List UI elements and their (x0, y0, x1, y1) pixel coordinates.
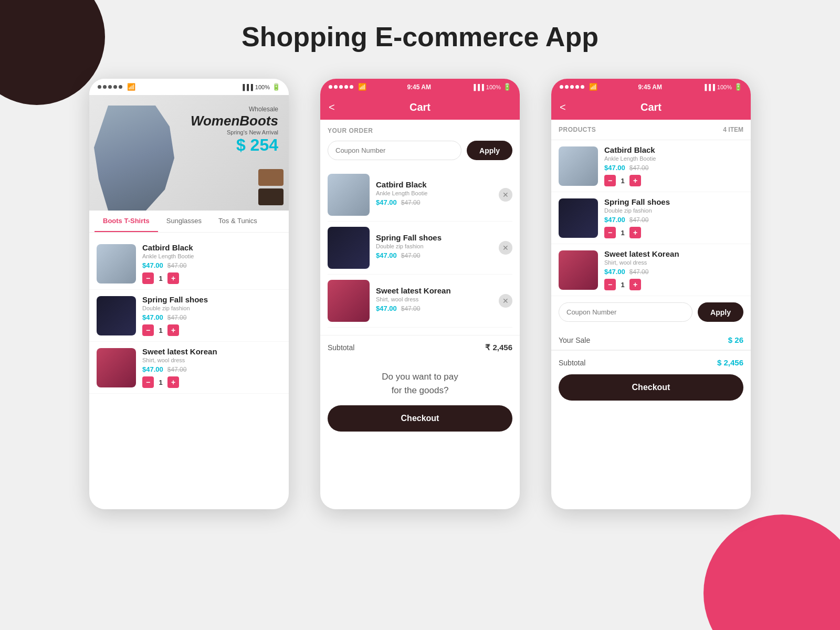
price-new-2: $47.00 (142, 313, 163, 321)
cart-product-name-3: Sweet latest Korean (376, 286, 492, 295)
qty-num-1: 1 (157, 275, 164, 282)
dot4 (113, 85, 117, 89)
shoe-thumb-2 (258, 188, 284, 205)
phone3-products-label: PRODUCTS (559, 126, 596, 133)
phone3-price-old-2: $47.00 (629, 216, 649, 224)
phone3-apply-btn[interactable]: Apply (698, 302, 743, 322)
phone-2: 📶 9:45 AM ▐▐▐ 100% 🔋 < Cart YOUR ORDER A… (320, 79, 520, 509)
qty-plus-2[interactable]: + (167, 324, 179, 336)
tab-sunglasses[interactable]: Sunglasses (158, 211, 210, 232)
phone2-pay-question: Do you want to payfor the goods? (320, 360, 520, 405)
product-img-3 (97, 348, 136, 387)
phone3-subtotal-value: $ 2,456 (717, 358, 743, 367)
cart-remove-btn-2[interactable]: ✕ (499, 241, 512, 255)
phone3-cart-title: Cart (640, 101, 662, 113)
phone3-wifi-icon: 📶 (589, 83, 597, 91)
cart-product-sub-2: Double zip fashion (376, 243, 492, 249)
phone2-checkout-btn[interactable]: Checkout (328, 405, 512, 432)
phone3-sale-label: Your Sale (559, 336, 590, 344)
phone3-qty-num-1: 1 (619, 177, 626, 185)
phone2-back-btn[interactable]: < (329, 101, 335, 113)
phone3-qty-controls-3: − 1 + (604, 279, 743, 290)
phone3-qty-minus-3[interactable]: − (604, 279, 616, 290)
price-old-3: $47.00 (167, 366, 187, 373)
phone2-coupon-input[interactable] (328, 141, 461, 160)
product-info-1: Catbird Black Ankle Length Bootie $47.00… (142, 243, 281, 284)
phone3-time: 9:45 AM (638, 83, 662, 91)
qty-minus-1[interactable]: − (142, 272, 154, 284)
dot1 (98, 85, 101, 89)
hero-wholesale: Wholesale (191, 106, 278, 113)
product-info-3: Sweet latest Korean Shirt, wool dress $4… (142, 347, 281, 388)
cart-product-name-1: Catbird Black (376, 180, 492, 189)
cart-remove-btn-1[interactable]: ✕ (499, 188, 512, 202)
cart-price-old-3: $47.00 (401, 305, 421, 312)
phone3-subtotal-row: Subtotal $ 2,456 (551, 350, 751, 374)
product-item-1: Catbird Black Ankle Length Bootie $47.00… (89, 238, 289, 290)
phone3-qty-minus-1[interactable]: − (604, 175, 616, 186)
phone3-price-old-1: $47.00 (629, 164, 649, 172)
qty-minus-3[interactable]: − (142, 376, 154, 388)
qty-plus-1[interactable]: + (167, 272, 179, 284)
phone3-coupon-input[interactable] (559, 302, 692, 322)
phone3-qty-controls-1: − 1 + (604, 175, 743, 186)
phone3-product-name-3: Sweet latest Korean (604, 249, 743, 258)
phone1-battery-pct: 100% (255, 84, 270, 90)
qty-minus-2[interactable]: − (142, 324, 154, 336)
phone2-signal-icon: ▐▐▐ (471, 84, 484, 90)
phone2-battery-pct: 100% (486, 84, 501, 90)
hero-shoe-thumbnails (258, 169, 284, 205)
qty-controls-3: − 1 + (142, 376, 281, 388)
phone2-wifi-icon: 📶 (358, 83, 366, 91)
tab-tos-tunics[interactable]: Tos & Tunics (210, 211, 266, 232)
phone3-items-count: 4 ITEM (723, 126, 743, 133)
phone2-your-order-label: YOUR ORDER (328, 127, 512, 134)
phone3-product-info-3: Sweet latest Korean Shirt, wool dress $4… (604, 249, 743, 290)
phone1-signal-dots: 📶 (98, 83, 135, 91)
phone2-apply-btn[interactable]: Apply (467, 141, 512, 160)
product-img-1 (97, 244, 136, 284)
qty-plus-3[interactable]: + (167, 376, 179, 388)
phone3-signal-dots: 📶 (560, 83, 597, 91)
phone2-coupon-row: Apply (328, 141, 512, 160)
phone3-qty-minus-2[interactable]: − (604, 227, 616, 238)
phone3-qty-plus-1[interactable]: + (629, 175, 641, 186)
cart-product-img-2 (328, 227, 370, 269)
phone3-qty-controls-2: − 1 + (604, 227, 743, 238)
phone3-right-status: ▐▐▐ 100% 🔋 (702, 83, 742, 91)
cart-product-info-2: Spring Fall shoes Double zip fashion $47… (376, 233, 492, 262)
tab-boots-tshirts[interactable]: Boots T-Shirts (94, 211, 158, 232)
product-info-2: Spring Fall shoes Double zip fashion $47… (142, 295, 281, 336)
phone3-cart-product-3: Sweet latest Korean Shirt, wool dress $4… (551, 244, 751, 296)
phone1-battery-icon: 🔋 (272, 83, 280, 91)
phone3-product-prices-3: $47.00 $47.00 (604, 268, 743, 276)
phone3-price-old-3: $47.00 (629, 268, 649, 276)
price-new-3: $47.00 (142, 365, 163, 373)
product-sub-1: Ankle Length Bootie (142, 253, 281, 259)
cart-product-prices-3: $47.00 $47.00 (376, 304, 492, 312)
phone1-status-bar: 📶 ▐▐▐ 100% 🔋 (89, 79, 289, 95)
cart-price-new-3: $47.00 (376, 304, 397, 312)
cart-remove-btn-3[interactable]: ✕ (499, 294, 512, 308)
cart-product-1: Catbird Black Ankle Length Bootie $47.00… (328, 169, 512, 222)
phones-container: 📶 ▐▐▐ 100% 🔋 Wholesale WomenBoots Spring… (0, 79, 840, 509)
phone2-battery-icon: 🔋 (503, 83, 511, 91)
phone3-price-new-1: $47.00 (604, 164, 625, 172)
phone3-qty-plus-3[interactable]: + (629, 279, 641, 290)
pay-question-text: Do you want to payfor the goods? (382, 372, 458, 395)
phone3-qty-plus-2[interactable]: + (629, 227, 641, 238)
phone3-checkout-btn[interactable]: Checkout (559, 374, 743, 401)
phone3-price-new-3: $47.00 (604, 268, 625, 276)
product-prices-1: $47.00 $47.00 (142, 261, 281, 269)
phone2-subtotal-row: Subtotal ₹ 2,456 (320, 335, 520, 360)
phone3-products-header: PRODUCTS 4 ITEM (551, 120, 751, 140)
phone3-battery-pct: 100% (717, 84, 732, 90)
phone3-qty-num-2: 1 (619, 229, 626, 237)
hero-model-silhouette (89, 106, 184, 211)
phone3-back-btn[interactable]: < (560, 101, 566, 113)
product-name-2: Spring Fall shoes (142, 295, 281, 304)
qty-controls-1: − 1 + (142, 272, 281, 284)
product-sub-3: Shirt, wool dress (142, 357, 281, 363)
phone3-cart-product-1: Catbird Black Ankle Length Bootie $47.00… (551, 140, 751, 192)
phone2-cart-products: Catbird Black Ankle Length Bootie $47.00… (328, 169, 512, 328)
